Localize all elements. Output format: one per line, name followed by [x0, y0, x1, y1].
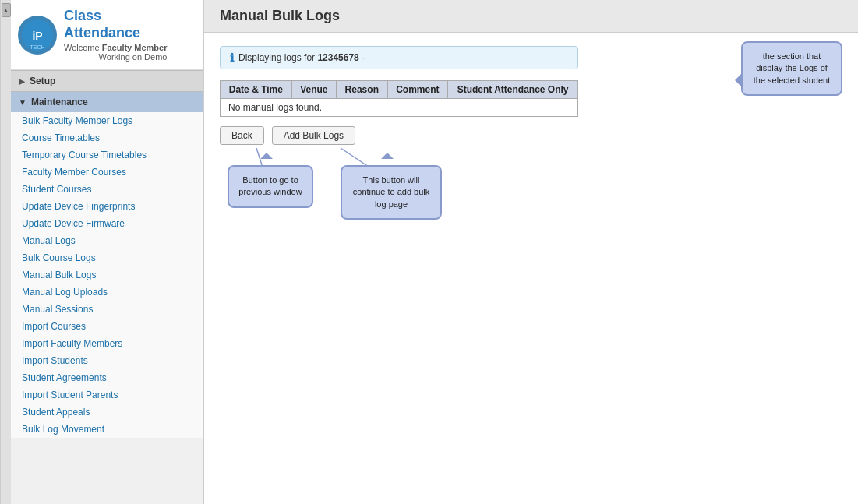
logs-table: Date & Time Venue Reason Comment Student…	[220, 80, 578, 117]
student-id: 12345678	[317, 52, 358, 63]
welcome-text: Welcome Faculty MemberWorking on Demo	[64, 43, 167, 62]
sidebar-item-manual-sessions[interactable]: Manual Sessions	[11, 301, 203, 318]
sidebar-item-temporary-course-timetables[interactable]: Temporary Course Timetables	[11, 146, 203, 164]
sidebar-item-update-device-firmware[interactable]: Update Device Firmware	[11, 215, 203, 232]
page-content: ℹ Displaying logs for 12345678 - Date & …	[204, 33, 858, 504]
back-tooltip-text: Button to go to previous window	[238, 175, 302, 196]
add-bulk-logs-button[interactable]: Add Bulk Logs	[272, 126, 355, 145]
sidebar-item-import-student-parents[interactable]: Import Student Parents	[11, 386, 203, 404]
info-prefix: Displaying logs for	[238, 52, 315, 63]
page-title: Manual Bulk Logs	[220, 8, 842, 24]
col-venue: Venue	[291, 81, 336, 99]
app-logo: iP TECH	[17, 15, 58, 55]
sidebar-item-student-courses[interactable]: Student Courses	[11, 181, 203, 198]
app-title: ClassAttendance	[64, 8, 167, 41]
sidebar-item-faculty-member-courses[interactable]: Faculty Member Courses	[11, 164, 203, 181]
table-header-row: Date & Time Venue Reason Comment Student…	[221, 81, 578, 99]
add-bulk-tooltip-text: This button will continue to add bulk lo…	[353, 175, 429, 209]
scroll-handle[interactable]: ▲	[0, 0, 11, 504]
svg-text:TECH: TECH	[30, 44, 44, 50]
setup-label: Setup	[30, 76, 55, 86]
sidebar-item-manual-bulk-logs[interactable]: Manual Bulk Logs	[11, 266, 203, 284]
sidebar-item-course-timetables[interactable]: Course Timetables	[11, 129, 203, 146]
maintenance-label: Maintenance	[31, 97, 88, 107]
maintenance-arrow-icon: ▼	[19, 98, 26, 107]
scroll-up-button[interactable]: ▲	[2, 3, 11, 17]
sidebar-item-manual-log-uploads[interactable]: Manual Log Uploads	[11, 284, 203, 301]
sidebar-item-manual-logs[interactable]: Manual Logs	[11, 232, 203, 249]
sidebar-item-update-device-fingerprints[interactable]: Update Device Fingerprints	[11, 198, 203, 215]
table-empty-row: No manual logs found.	[221, 99, 578, 117]
table-empty-message: No manual logs found.	[221, 99, 578, 117]
sidebar-item-bulk-faculty-member-logs[interactable]: Bulk Faculty Member Logs	[11, 112, 203, 129]
page-header: Manual Bulk Logs	[204, 0, 858, 33]
sidebar-item-student-agreements[interactable]: Student Agreements	[11, 369, 203, 386]
sidebar-item-bulk-course-logs[interactable]: Bulk Course Logs	[11, 249, 203, 266]
maintenance-section-header[interactable]: ▼ Maintenance	[11, 92, 203, 112]
svg-text:iP: iP	[32, 30, 42, 42]
section-tooltip-text: the section that display the Logs of the…	[754, 51, 830, 85]
info-suffix: -	[362, 52, 365, 63]
back-button-tooltip: Button to go to previous window	[228, 165, 313, 208]
sidebar-item-import-faculty-members[interactable]: Import Faculty Members	[11, 335, 203, 352]
setup-section-header[interactable]: ▶ Setup	[11, 70, 203, 92]
buttons-area: Back Add Bulk Logs Button to go to previ…	[220, 126, 703, 282]
main-content: Manual Bulk Logs ℹ Displaying logs for 1…	[204, 0, 858, 504]
info-icon: ℹ	[230, 51, 234, 64]
sidebar-item-bulk-log-movement[interactable]: Bulk Log Movement	[11, 421, 203, 438]
info-text: Displaying logs for 12345678 -	[238, 52, 365, 63]
col-comment: Comment	[387, 81, 448, 99]
sidebar-header: iP TECH ClassAttendance Welcome Faculty …	[11, 0, 203, 70]
sidebar-item-import-students[interactable]: Import Students	[11, 352, 203, 369]
setup-arrow-icon: ▶	[19, 77, 25, 86]
back-button[interactable]: Back	[220, 126, 264, 145]
info-bar: ℹ Displaying logs for 12345678 -	[220, 46, 578, 69]
section-tooltip: the section that display the Logs of the…	[741, 41, 842, 96]
col-date-time: Date & Time	[221, 81, 292, 99]
sidebar: iP TECH ClassAttendance Welcome Faculty …	[11, 0, 204, 504]
app-title-block: ClassAttendance Welcome Faculty MemberWo…	[64, 8, 167, 62]
sidebar-item-student-appeals[interactable]: Student Appeals	[11, 404, 203, 421]
action-buttons: Back Add Bulk Logs	[220, 126, 703, 145]
col-student-attendance-only: Student Attendance Only	[448, 81, 578, 99]
col-reason: Reason	[337, 81, 387, 99]
sidebar-item-import-courses[interactable]: Import Courses	[11, 318, 203, 335]
add-bulk-tooltip: This button will continue to add bulk lo…	[341, 165, 442, 220]
